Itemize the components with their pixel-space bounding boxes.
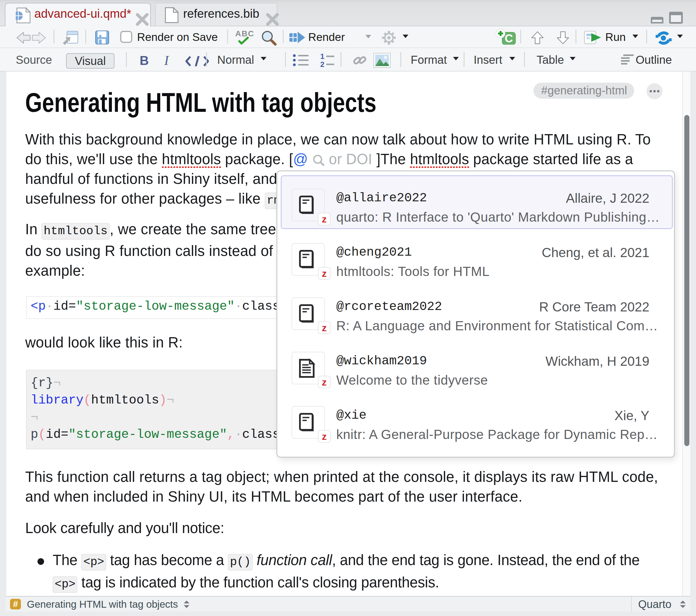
svg-text:C: C <box>505 32 513 45</box>
svg-text:2: 2 <box>320 60 324 67</box>
svg-text:1: 1 <box>320 53 324 61</box>
